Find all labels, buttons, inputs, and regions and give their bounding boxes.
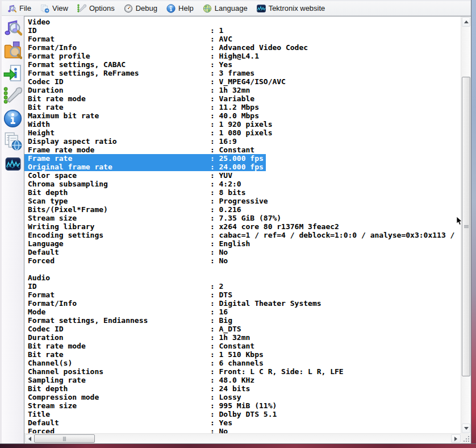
row-text: Channel(s) : 6 channels [28, 359, 264, 367]
horizontal-scrollbar[interactable] [24, 433, 461, 443]
report-row: Format : DTS [28, 291, 461, 299]
export-info-icon [3, 64, 22, 85]
menu-item-tektronix-website[interactable]: Tektronix website [253, 2, 331, 15]
row-text: Audio [28, 273, 50, 282]
row-text: Sampling rate : 48.0 KHz [28, 376, 254, 384]
file-open-icon [3, 18, 22, 39]
vertical-scroll-thumb[interactable] [462, 77, 470, 376]
menu-item-file[interactable]: File [4, 2, 37, 15]
row-text: Writing library : x264 core 80 r1376M 3f… [28, 222, 339, 231]
report-row: Frame rate mode : Constant [28, 146, 461, 154]
report-row: Language : English [28, 239, 461, 248]
row-text: Format : AVC [28, 35, 232, 43]
resize-grip[interactable] [461, 434, 471, 443]
report-row: Format settings, ReFrames : 3 frames [28, 69, 461, 77]
report-row: Default : Yes [28, 418, 461, 427]
menu-item-view[interactable]: View [37, 2, 74, 15]
row-text: Bit rate mode : Variable [28, 94, 254, 103]
options-wrench-icon [3, 86, 22, 107]
report-row: Format : AVC [28, 35, 461, 43]
vertical-scrollbar[interactable] [461, 16, 471, 434]
section-header-row: Audio [28, 273, 461, 282]
horizontal-scroll-thumb[interactable] [34, 434, 95, 443]
arrow-left-icon [28, 437, 31, 441]
mediainfo-window: FileViewOptionsDebugHelpLanguageTektroni… [0, 0, 476, 448]
tektronix-button[interactable] [3, 155, 23, 175]
row-text: Title : Dolby DTS 5.1 [28, 410, 277, 418]
row-text: Format settings, CABAC : Yes [28, 60, 232, 69]
scroll-right-button[interactable] [451, 434, 461, 443]
report-row: Bit rate mode : Variable [28, 94, 461, 103]
report-row: Codec ID : V_MPEG4/ISO/AVC [28, 77, 461, 86]
report-row: Default : No [28, 248, 461, 256]
row-text: ID : 1 [28, 26, 223, 35]
row-text: Default : No [28, 248, 228, 256]
menu-item-label: Debug [136, 4, 157, 13]
report-text[interactable]: VideoID : 1Format : AVCFormat/Info : Adv… [24, 16, 461, 434]
row-text: Height : 1 080 pixels [28, 128, 272, 137]
preferences-button[interactable] [3, 86, 23, 107]
help-info-icon [3, 109, 22, 130]
report-row: Bit rate : 1 510 Kbps [28, 350, 461, 359]
report-row: Writing library : x264 core 80 r1376M 3f… [28, 222, 461, 231]
report-row: Original frame rate : 24.000 fps [28, 163, 461, 171]
export-web-icon [3, 132, 22, 153]
row-text: Codec ID : V_MPEG4/ISO/AVC [28, 77, 286, 86]
row-text: Frame rate : 25.000 fps [24, 154, 266, 163]
row-text: Width : 1 920 pixels [28, 120, 272, 128]
report-row: Mode : 16 [28, 308, 461, 316]
menu-item-language[interactable]: Language [199, 2, 253, 15]
row-text: Bits/(Pixel*Frame) : 0.216 [28, 205, 241, 214]
menu-item-label: Help [178, 4, 194, 13]
window-border-right [471, 0, 476, 448]
scroll-up-button[interactable] [462, 17, 470, 27]
file-open-icon [7, 4, 16, 13]
row-text: Original frame rate : 24.000 fps [24, 163, 266, 171]
window-border-left [0, 0, 2, 448]
help-info-icon [166, 4, 176, 13]
row-text: Format settings, Endianness : Big [28, 316, 232, 325]
row-text: Stream size : 7.35 GiB (87%) [28, 214, 281, 222]
menu-item-help[interactable]: Help [163, 2, 199, 15]
report-row: Bit rate mode : Constant [28, 342, 461, 350]
row-text: Mode : 16 [28, 308, 228, 316]
row-text: Duration : 1h 32mn [28, 86, 250, 94]
row-text: Format : DTS [28, 291, 232, 299]
options-wrench-icon [77, 4, 86, 13]
row-text: Color space : YUV [28, 171, 232, 180]
open-file-button[interactable] [3, 18, 23, 39]
report-row: Stream size : 995 MiB (11%) [28, 401, 461, 410]
menu-item-options[interactable]: Options [74, 2, 120, 15]
export-web-button[interactable] [3, 132, 23, 152]
debug-gauge-icon [124, 4, 133, 13]
report-row: Bits/(Pixel*Frame) : 0.216 [28, 205, 461, 214]
scroll-down-button[interactable] [462, 424, 470, 433]
row-text: Format/Info : Digital Theater Systems [28, 299, 321, 308]
report-row: Format/Info : Digital Theater Systems [28, 299, 461, 308]
tektronix-icon [3, 156, 23, 174]
export-info-button[interactable] [3, 64, 23, 84]
resize-grip-icon [461, 434, 471, 443]
menu-item-debug[interactable]: Debug [120, 2, 163, 15]
report-row: Format/Info : Advanced Video Codec [28, 43, 461, 52]
report-row: Channel(s) : 6 channels [28, 359, 461, 367]
report-row: Frame rate : 25.000 fps [28, 154, 461, 163]
arrow-right-icon [454, 437, 457, 441]
row-text: Format settings, ReFrames : 3 frames [28, 69, 254, 77]
report-row: Channel positions : Front: L C R, Side: … [28, 367, 461, 376]
menu-item-label: File [19, 4, 31, 13]
menu-item-label: Language [215, 4, 248, 13]
report-row: Title : Dolby DTS 5.1 [28, 410, 461, 418]
report-row: Width : 1 920 pixels [28, 120, 461, 128]
open-folder-button[interactable] [3, 41, 23, 61]
blank-row [28, 265, 461, 273]
report-row: Color space : YUV [28, 171, 461, 180]
report-row: Chroma subsampling : 4:2:0 [28, 180, 461, 188]
report-row: ID : 2 [28, 282, 461, 291]
row-text: Codec ID : A_DTS [28, 325, 241, 333]
menu-item-label: Options [89, 4, 115, 13]
scroll-left-button[interactable] [25, 434, 35, 443]
row-text: Duration : 1h 32mn [28, 333, 250, 342]
report-row: Format settings, CABAC : Yes [28, 60, 461, 69]
about-button[interactable] [3, 109, 23, 130]
